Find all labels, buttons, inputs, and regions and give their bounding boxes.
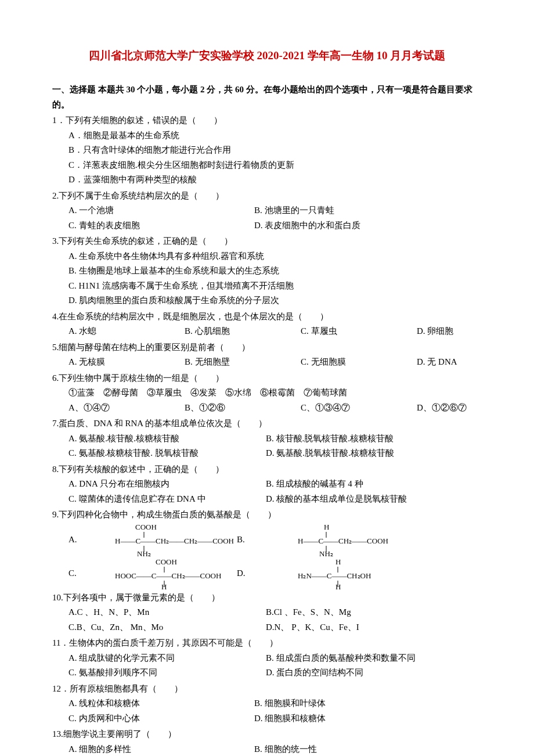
question-7: 7.蛋白质、DNA 和 RNA 的基本组成单位依次是（ ） A. 氨基酸.核苷酸… (52, 416, 482, 461)
q10-option-d: D.N、 P、K、Cu、Fe、I (266, 620, 383, 635)
question-5: 5.细菌与酵母菌在结构上的重要区别是前者（ ） A. 无核膜 B. 无细胞壁 C… (52, 340, 482, 370)
q9-label-c: C. (52, 566, 103, 581)
q6-stem: 6.下列生物中属于原核生物的一组是（ ） (52, 371, 482, 386)
q12-option-d: D. 细胞膜和核糖体 (254, 711, 440, 726)
q5-stem: 5.细菌与酵母菌在结构上的重要区别是前者（ ） (52, 340, 482, 355)
q6-option-b: B、①②⑥ (185, 401, 301, 416)
question-10: 10.下列各项中，属于微量元素的是（ ） A.C 、H、N、P、Mn B.Cl … (52, 591, 482, 635)
q11-option-d: D. 蛋白质的空间结构不同 (266, 665, 387, 681)
svg-text:COOH: COOH (156, 557, 177, 566)
q6-option-c: C、①③④⑦ (301, 401, 417, 416)
question-2: 2.下列不属于生命系统结构层次的是（ ） A. 一个池塘 B. 池塘里的一只青蛙… (52, 189, 482, 233)
q13-stem: 13.细胞学说主要阐明了（ ） (52, 727, 482, 742)
q4-option-c: C. 草履虫 (301, 324, 417, 339)
q1-option-c: C．洋葱表皮细胞.根尖分生区细胞都时刻进行着物质的更新 (68, 158, 482, 173)
svg-text:H: H (335, 557, 341, 566)
q11-stem: 11．生物体内的蛋白质千差万别，其原因不可能是（ ） (52, 636, 482, 651)
q9-label-d: D. (237, 566, 289, 581)
q8-stem: 8.下列有关核酸的叙述中，正确的是（ ） (52, 462, 482, 477)
q9-stem: 9.下列四种化合物中，构成生物蛋白质的氨基酸是（ ） (52, 507, 482, 523)
q12-option-c: C. 内质网和中心体 (68, 711, 254, 726)
q3-option-d: D. 肌肉细胞里的蛋白质和核酸属于生命系统的分子层次 (68, 293, 482, 308)
q1-option-b: B．只有含叶绿体的细胞才能进行光合作用 (68, 143, 482, 158)
q3-option-c: C. H1N1 流感病毒不属于生命系统，但其增殖离不开活细胞 (68, 279, 482, 294)
q7-stem: 7.蛋白质、DNA 和 RNA 的基本组成单位依次是（ ） (52, 416, 482, 431)
question-13: 13.细胞学说主要阐明了（ ） A. 细胞的多样性 B. 细胞的统一性 C. 细… (52, 727, 482, 756)
q4-option-a: A. 水螅 (68, 324, 185, 339)
svg-text:COOH: COOH (135, 523, 157, 531)
svg-text:H₂N——C——CH₂OH: H₂N——C——CH₂OH (298, 571, 371, 580)
q9-formula-a: COOH H——C——CH₂——CH₂——COOH NH₂ (103, 523, 237, 557)
q5-option-c: C. 无细胞膜 (301, 355, 417, 370)
svg-text:NH₂: NH₂ (319, 549, 333, 557)
svg-text:H: H (324, 523, 329, 531)
q4-stem: 4.在生命系统的结构层次中，既是细胞层次，也是个体层次的是（ ） (52, 309, 482, 325)
svg-text:HOOC——C——CH₂——COOH: HOOC——C——CH₂——COOH (115, 571, 221, 580)
q12-option-a: A. 线粒体和核糖体 (68, 696, 254, 711)
q7-option-b: B. 核苷酸.脱氧核苷酸.核糖核苷酸 (266, 431, 417, 447)
q6-list: ①蓝藻 ②酵母菌 ③草履虫 ④发菜 ⑤水绵 ⑥根霉菌 ⑦葡萄球菌 (52, 386, 482, 401)
q10-option-a: A.C 、H、N、P、Mn (68, 605, 266, 620)
q13-option-a: A. 细胞的多样性 (68, 742, 254, 756)
svg-text:H: H (335, 582, 341, 589)
svg-text:H: H (161, 582, 167, 589)
q5-option-b: B. 无细胞壁 (185, 355, 301, 370)
section-header: 一、选择题 本题共 30 个小题，每小题 2 分，共 60 分。在每小题给出的四… (52, 82, 482, 112)
q2-option-d: D. 表皮细胞中的水和蛋白质 (254, 218, 440, 233)
q4-option-d: D. 卵细胞 (417, 324, 533, 339)
q2-option-c: C. 青蛙的表皮细胞 (68, 218, 254, 233)
q12-option-b: B. 细胞膜和叶绿体 (254, 696, 440, 711)
q9-label-b: B. (237, 532, 289, 548)
svg-text:H——C——CH₂——COOH: H——C——CH₂——COOH (298, 537, 388, 545)
q7-option-d: D. 氨基酸.脱氧核苷酸.核糖核苷酸 (266, 446, 417, 461)
q5-option-d: D. 无 DNA (417, 355, 533, 370)
q13-option-b: B. 细胞的统一性 (254, 742, 440, 756)
q10-option-b: B.Cl 、Fe、S、N、Mg (266, 605, 374, 620)
q10-stem: 10.下列各项中，属于微量元素的是（ ） (52, 591, 482, 606)
q11-option-b: B. 组成蛋白质的氨基酸种类和数量不同 (266, 651, 439, 666)
q1-stem: 1．下列有关细胞的叙述，错误的是（ ） (52, 113, 482, 128)
q6-option-a: A、①④⑦ (68, 401, 185, 416)
question-6: 6.下列生物中属于原核生物的一组是（ ） ①蓝藻 ②酵母菌 ③草履虫 ④发菜 ⑤… (52, 371, 482, 416)
q11-option-c: C. 氨基酸排列顺序不同 (68, 665, 266, 681)
q9-formula-d: H H₂N——C——CH₂OH H (289, 557, 405, 589)
q9-formula-c: COOH HOOC——C——CH₂——COOH H (103, 557, 237, 589)
q3-option-b: B. 生物圈是地球上最基本的生命系统和最大的生态系统 (68, 264, 482, 279)
q2-option-a: A. 一个池塘 (68, 203, 254, 218)
question-3: 3.下列有关生命系统的叙述，正确的是（ ） A. 生命系统中各生物体均具有多种组… (52, 234, 482, 308)
q12-stem: 12．所有原核细胞都具有（ ） (52, 682, 482, 697)
q9-label-a: A. (52, 532, 103, 548)
q2-option-b: B. 池塘里的一只青蛙 (254, 203, 440, 218)
svg-text:H——C——CH₂——CH₂——COOH: H——C——CH₂——CH₂——COOH (115, 537, 234, 545)
q1-option-a: A．细胞是最基本的生命系统 (68, 128, 482, 143)
question-11: 11．生物体内的蛋白质千差万别，其原因不可能是（ ） A. 组成肽键的化学元素不… (52, 636, 482, 681)
q8-option-c: C. 噬菌体的遗传信息贮存在 DNA 中 (68, 492, 266, 507)
q7-option-c: C. 氨基酸.核糖核苷酸. 脱氧核苷酸 (68, 446, 266, 461)
q9-formula-b: H H——C——CH₂——COOH NH₂ (289, 523, 405, 557)
question-8: 8.下列有关核酸的叙述中，正确的是（ ） A. DNA 只分布在细胞核内 B. … (52, 462, 482, 507)
q4-option-b: B. 心肌细胞 (185, 324, 301, 339)
question-12: 12．所有原核细胞都具有（ ） A. 线粒体和核糖体 B. 细胞膜和叶绿体 C.… (52, 682, 482, 726)
question-9: 9.下列四种化合物中，构成生物蛋白质的氨基酸是（ ） A. COOH H——C—… (52, 507, 482, 589)
q3-option-a: A. 生命系统中各生物体均具有多种组织.器官和系统 (68, 249, 482, 264)
question-4: 4.在生命系统的结构层次中，既是细胞层次，也是个体层次的是（ ） A. 水螅 B… (52, 309, 482, 339)
q5-option-a: A. 无核膜 (68, 355, 185, 370)
question-1: 1．下列有关细胞的叙述，错误的是（ ） A．细胞是最基本的生命系统 B．只有含叶… (52, 113, 482, 188)
q11-option-a: A. 组成肽键的化学元素不同 (68, 651, 266, 666)
q3-stem: 3.下列有关生命系统的叙述，正确的是（ ） (52, 234, 482, 249)
q8-option-b: B. 组成核酸的碱基有 4 种 (266, 477, 387, 492)
q6-option-d: D、①②⑥⑦ (417, 401, 533, 416)
q1-option-d: D．蓝藻细胞中有两种类型的核酸 (68, 172, 482, 188)
q8-option-d: D. 核酸的基本组成单位是脱氧核苷酸 (266, 492, 430, 507)
svg-text:NH₂: NH₂ (137, 549, 151, 557)
exam-title: 四川省北京师范大学广安实验学校 2020-2021 学年高一生物 10 月月考试… (52, 46, 482, 65)
q8-option-a: A. DNA 只分布在细胞核内 (68, 477, 266, 492)
q7-option-a: A. 氨基酸.核苷酸.核糖核苷酸 (68, 431, 266, 447)
q10-option-c: C.B、Cu、Zn、 Mn、Mo (68, 620, 266, 635)
q2-stem: 2.下列不属于生命系统结构层次的是（ ） (52, 189, 482, 204)
